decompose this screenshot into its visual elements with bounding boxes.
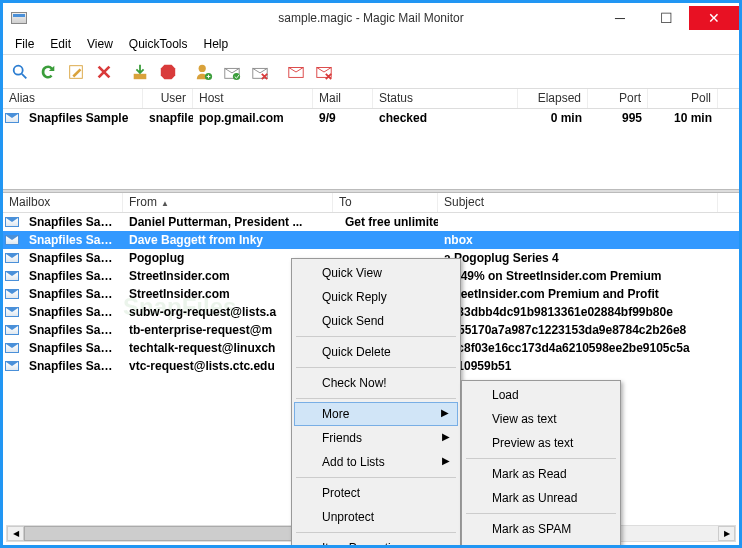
window-title: sample.magic - Magic Mail Monitor (278, 11, 463, 25)
menu-item-view-as-text[interactable]: View as text (464, 407, 618, 431)
scroll-left-button[interactable]: ◀ (7, 526, 24, 541)
accounts-list[interactable]: Snapfiles Sample snapfile... pop.gmail.c… (3, 109, 739, 189)
menu-file[interactable]: File (7, 35, 42, 53)
cell-mailbox: Snapfiles Sample (23, 232, 123, 248)
cell-to (333, 239, 438, 241)
mail-delete-icon[interactable] (247, 59, 273, 85)
mail-icon (5, 253, 19, 263)
download-icon[interactable] (127, 59, 153, 85)
menu-view[interactable]: View (79, 35, 121, 53)
cell-subject: 3810959b51 (438, 358, 718, 374)
col-user[interactable]: User (143, 89, 193, 108)
cell-elapsed: 0 min (518, 110, 588, 126)
menu-separator (296, 477, 456, 478)
cell-mailbox: Snapfiles Sample (23, 322, 123, 338)
mail-icon (5, 343, 19, 353)
menu-item-quick-send[interactable]: Quick Send (294, 309, 458, 333)
menu-quicktools[interactable]: QuickTools (121, 35, 196, 53)
menu-item-add-to-lists[interactable]: Add to Lists▶ (294, 450, 458, 474)
sort-arrow-icon: ▲ (161, 199, 169, 208)
svg-marker-4 (161, 64, 175, 78)
scroll-right-button[interactable]: ▶ (718, 526, 735, 541)
stop-icon[interactable] (155, 59, 181, 85)
menu-item-unprotect[interactable]: Unprotect (294, 505, 458, 529)
mail-remove-icon[interactable] (311, 59, 337, 85)
menu-item-mark-as-not-spam[interactable]: Mark as not spam (464, 541, 618, 548)
menu-item-quick-reply[interactable]: Quick Reply (294, 285, 458, 309)
cell-mail: 9/9 (313, 110, 373, 126)
cell-mailbox: Snapfiles Sample (23, 340, 123, 356)
col-host[interactable]: Host (193, 89, 313, 108)
cell-status: checked (373, 110, 518, 126)
delete-icon[interactable] (91, 59, 117, 85)
cell-port: 995 (588, 110, 648, 126)
mail-icon (5, 307, 19, 317)
menu-separator (296, 336, 456, 337)
close-button[interactable]: ✕ (689, 6, 739, 30)
user-add-icon[interactable] (191, 59, 217, 85)
svg-point-5 (199, 64, 206, 71)
col-status[interactable]: Status (373, 89, 518, 108)
refresh-icon[interactable] (35, 59, 61, 85)
mail-new-icon[interactable] (283, 59, 309, 85)
menu-item-more[interactable]: More▶ (294, 402, 458, 426)
menu-item-mark-as-read[interactable]: Mark as Read (464, 462, 618, 486)
cell-mailbox: Snapfiles Sample (23, 250, 123, 266)
col-mailbox[interactable]: Mailbox (3, 193, 123, 212)
edit-icon[interactable] (63, 59, 89, 85)
account-row[interactable]: Snapfiles Sample snapfile... pop.gmail.c… (3, 109, 739, 127)
menu-help[interactable]: Help (196, 35, 237, 53)
search-icon[interactable] (7, 59, 33, 85)
accounts-columns: Alias User Host Mail Status Elapsed Port… (3, 89, 739, 109)
messages-columns: Mailbox From▲ To Subject (3, 193, 739, 213)
cell-mailbox: Snapfiles Sample (23, 286, 123, 302)
mail-open-icon[interactable] (219, 59, 245, 85)
svg-line-1 (22, 73, 27, 78)
cell-mailbox: Snapfiles Sample (23, 214, 123, 230)
submenu-arrow-icon: ▶ (441, 407, 449, 418)
message-row[interactable]: Snapfiles Sample Dave Baggett from Inky … (3, 231, 739, 249)
svg-rect-3 (134, 73, 147, 78)
menu-item-quick-delete[interactable]: Quick Delete (294, 340, 458, 364)
col-subject[interactable]: Subject (438, 193, 718, 212)
menu-separator (466, 458, 616, 459)
cell-mailbox: Snapfiles Sample (23, 268, 123, 284)
col-alias[interactable]: Alias (3, 89, 143, 108)
menu-edit[interactable]: Edit (42, 35, 79, 53)
menu-item-friends[interactable]: Friends▶ (294, 426, 458, 450)
col-from[interactable]: From▲ (123, 193, 333, 212)
mail-icon (5, 235, 19, 245)
menu-item-quick-view[interactable]: Quick View (294, 261, 458, 285)
context-submenu: LoadView as textPreview as textMark as R… (461, 380, 621, 548)
menu-item-item-properties[interactable]: Item Properties... (294, 536, 458, 548)
svg-point-0 (14, 65, 23, 74)
mail-icon (5, 271, 19, 281)
menu-separator (466, 513, 616, 514)
col-mail[interactable]: Mail (313, 89, 373, 108)
col-elapsed[interactable]: Elapsed (518, 89, 588, 108)
mail-icon (5, 361, 19, 371)
menu-item-mark-as-spam[interactable]: Mark as SPAM (464, 517, 618, 541)
cell-subject: a Pogoplug Series 4 (438, 250, 718, 266)
col-to[interactable]: To (333, 193, 438, 212)
minimize-button[interactable]: ─ (597, 6, 643, 30)
cell-mailbox: Snapfiles Sample (23, 304, 123, 320)
menu-item-protect[interactable]: Protect (294, 481, 458, 505)
menu-item-load[interactable]: Load (464, 383, 618, 407)
menu-item-check-now[interactable]: Check Now! (294, 371, 458, 395)
cell-mailbox: Snapfiles Sample (23, 358, 123, 374)
menubar: File Edit View QuickTools Help (3, 33, 739, 55)
menu-separator (296, 398, 456, 399)
cell-user: snapfile... (143, 110, 193, 126)
maximize-button[interactable]: ☐ (643, 6, 689, 30)
col-port[interactable]: Port (588, 89, 648, 108)
menu-item-mark-as-unread[interactable]: Mark as Unread (464, 486, 618, 510)
submenu-arrow-icon: ▶ (442, 431, 450, 442)
cell-from: Dave Baggett from Inky (123, 232, 333, 248)
message-row[interactable]: Snapfiles Sample Daniel Putterman, Presi… (3, 213, 739, 231)
mail-icon (5, 217, 19, 227)
col-poll[interactable]: Poll (648, 89, 718, 108)
menu-item-preview-as-text[interactable]: Preview as text (464, 431, 618, 455)
cell-alias: Snapfiles Sample (23, 110, 143, 126)
menu-separator (296, 532, 456, 533)
